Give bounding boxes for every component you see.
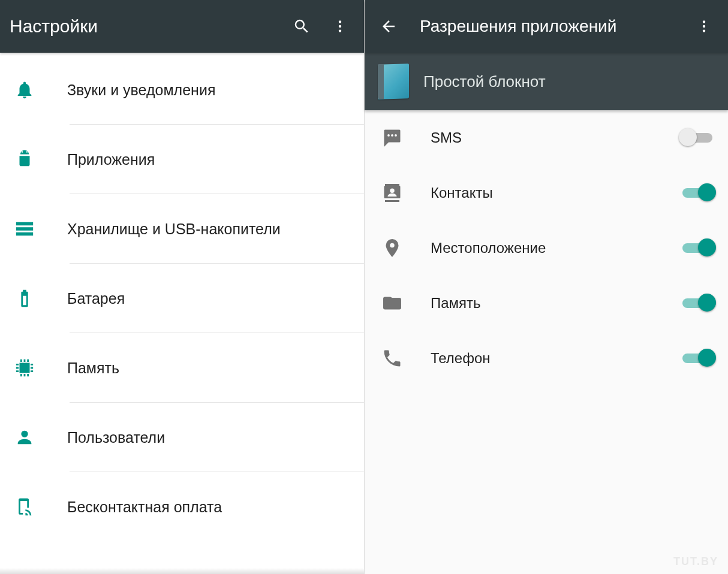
svg-point-3 — [703, 20, 705, 23]
permission-item-storage[interactable]: Память — [365, 276, 728, 331]
settings-item-label: Батарея — [48, 290, 352, 307]
permission-label: Местоположение — [414, 240, 680, 256]
bell-icon — [14, 80, 35, 100]
permission-label: Контакты — [414, 185, 680, 201]
settings-item-battery[interactable]: Батарея — [0, 264, 364, 333]
permission-label: SMS — [414, 129, 680, 146]
svg-point-0 — [339, 20, 341, 23]
storage-icon — [14, 219, 35, 239]
permission-toggle-location[interactable] — [680, 240, 715, 256]
permission-item-sms[interactable]: SMS — [365, 110, 728, 165]
permissions-pane: Разрешения приложений Простой блокнот SM… — [364, 0, 728, 574]
arrow-back-icon — [380, 17, 398, 35]
memory-icon — [14, 358, 35, 378]
settings-item-storage[interactable]: Хранилище и USB-накопители — [0, 194, 364, 264]
svg-point-5 — [703, 29, 705, 32]
app-header: Простой блокнот — [365, 53, 728, 110]
app-icon — [378, 64, 409, 99]
permissions-title: Разрешения приложений — [417, 17, 680, 36]
sms-icon — [381, 127, 403, 149]
settings-item-label: Бесконтактная оплата — [48, 499, 352, 516]
settings-item-nfc[interactable]: Бесконтактная оплата — [0, 472, 364, 542]
phone-icon — [381, 348, 403, 369]
permission-label: Телефон — [414, 350, 680, 367]
permissions-appbar: Разрешения приложений — [365, 0, 728, 53]
permission-toggle-storage[interactable] — [680, 295, 715, 311]
svg-point-4 — [703, 25, 705, 28]
settings-item-label: Звуки и уведомления — [48, 81, 352, 99]
overflow-menu-button[interactable] — [690, 12, 718, 41]
permission-item-location[interactable]: Местоположение — [365, 220, 728, 276]
settings-item-label: Хранилище и USB-накопители — [48, 220, 352, 238]
permissions-list: SMS Контакты Местоположение Память Т — [365, 110, 728, 574]
settings-item-users[interactable]: Пользователи — [0, 403, 364, 472]
search-button[interactable] — [287, 12, 316, 41]
overflow-menu-button[interactable] — [326, 12, 354, 41]
folder-icon — [381, 292, 403, 314]
list-bottom-shadow — [0, 568, 364, 574]
svg-point-2 — [339, 29, 341, 32]
location-icon — [381, 237, 403, 259]
permission-label: Память — [414, 295, 680, 312]
settings-item-label: Пользователи — [48, 429, 352, 446]
settings-pane: Настройки Звуки и уведомления Приложения — [0, 0, 364, 574]
app-name: Простой блокнот — [423, 72, 546, 91]
settings-item-label: Память — [48, 359, 352, 377]
settings-title: Настройки — [10, 16, 278, 37]
settings-appbar: Настройки — [0, 0, 364, 53]
permission-toggle-sms[interactable] — [680, 130, 715, 146]
android-icon — [14, 149, 35, 170]
settings-item-label: Приложения — [48, 151, 352, 168]
more-vert-icon — [332, 19, 348, 34]
user-icon — [14, 427, 35, 448]
more-vert-icon — [696, 19, 712, 34]
settings-item-sounds[interactable]: Звуки и уведомления — [0, 55, 364, 125]
contacts-icon — [381, 182, 403, 204]
permission-toggle-phone[interactable] — [680, 351, 715, 366]
settings-list: Звуки и уведомления Приложения Хранилище… — [0, 53, 364, 574]
svg-point-1 — [339, 25, 341, 28]
permission-toggle-contacts[interactable] — [680, 185, 715, 201]
settings-item-memory[interactable]: Память — [0, 333, 364, 403]
tap-and-play-icon — [14, 497, 35, 517]
battery-icon — [14, 288, 35, 309]
back-button[interactable] — [374, 12, 403, 41]
permission-item-contacts[interactable]: Контакты — [365, 165, 728, 220]
search-icon — [293, 17, 311, 35]
settings-item-apps[interactable]: Приложения — [0, 125, 364, 194]
permission-item-phone[interactable]: Телефон — [365, 331, 728, 386]
